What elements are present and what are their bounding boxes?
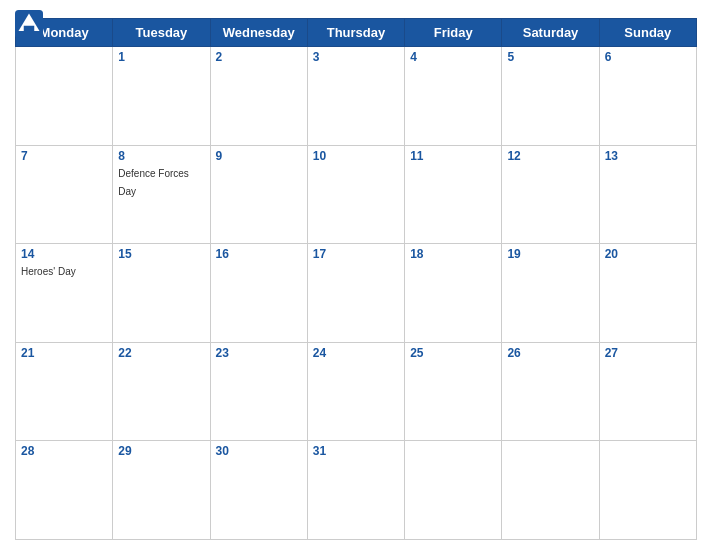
- day-cell: 25: [405, 342, 502, 441]
- day-cell: 17: [307, 244, 404, 343]
- day-cell: 21: [16, 342, 113, 441]
- day-number: 26: [507, 346, 593, 360]
- day-number: 30: [216, 444, 302, 458]
- day-cell: 18: [405, 244, 502, 343]
- day-cell: [16, 47, 113, 146]
- day-cell: 9: [210, 145, 307, 244]
- calendar-table: MondayTuesdayWednesdayThursdayFridaySatu…: [15, 18, 697, 540]
- week-row-4: 21222324252627: [16, 342, 697, 441]
- day-cell: [405, 441, 502, 540]
- day-number: 28: [21, 444, 107, 458]
- week-row-5: 28293031: [16, 441, 697, 540]
- day-number: 9: [216, 149, 302, 163]
- logo: [15, 10, 46, 38]
- weekday-header-wednesday: Wednesday: [210, 19, 307, 47]
- day-event: Heroes' Day: [21, 266, 76, 277]
- day-cell: 16: [210, 244, 307, 343]
- day-number: 5: [507, 50, 593, 64]
- weekday-header-friday: Friday: [405, 19, 502, 47]
- day-number: 16: [216, 247, 302, 261]
- day-number: 11: [410, 149, 496, 163]
- day-number: 2: [216, 50, 302, 64]
- day-cell: 27: [599, 342, 696, 441]
- day-number: 21: [21, 346, 107, 360]
- day-number: 4: [410, 50, 496, 64]
- day-number: 22: [118, 346, 204, 360]
- day-number: 31: [313, 444, 399, 458]
- day-number: 18: [410, 247, 496, 261]
- header-row: [15, 10, 697, 14]
- day-cell: 14Heroes' Day: [16, 244, 113, 343]
- day-number: 27: [605, 346, 691, 360]
- day-cell: 30: [210, 441, 307, 540]
- weekday-header-sunday: Sunday: [599, 19, 696, 47]
- day-cell: 8Defence Forces Day: [113, 145, 210, 244]
- logo-icon: [15, 10, 43, 38]
- day-number: 23: [216, 346, 302, 360]
- day-cell: 31: [307, 441, 404, 540]
- day-cell: 10: [307, 145, 404, 244]
- day-cell: [599, 441, 696, 540]
- day-cell: 4: [405, 47, 502, 146]
- weekday-header-saturday: Saturday: [502, 19, 599, 47]
- day-cell: 13: [599, 145, 696, 244]
- day-number: 24: [313, 346, 399, 360]
- day-cell: 24: [307, 342, 404, 441]
- day-number: 10: [313, 149, 399, 163]
- day-number: 15: [118, 247, 204, 261]
- day-number: 1: [118, 50, 204, 64]
- day-number: 8: [118, 149, 204, 163]
- weekday-header-row: MondayTuesdayWednesdayThursdayFridaySatu…: [16, 19, 697, 47]
- day-cell: 15: [113, 244, 210, 343]
- day-cell: 12: [502, 145, 599, 244]
- day-cell: 22: [113, 342, 210, 441]
- day-number: 25: [410, 346, 496, 360]
- day-cell: 7: [16, 145, 113, 244]
- week-row-2: 78Defence Forces Day910111213: [16, 145, 697, 244]
- day-number: 3: [313, 50, 399, 64]
- day-number: 19: [507, 247, 593, 261]
- week-row-1: 123456: [16, 47, 697, 146]
- day-cell: 5: [502, 47, 599, 146]
- day-cell: 11: [405, 145, 502, 244]
- weekday-header-tuesday: Tuesday: [113, 19, 210, 47]
- day-number: 7: [21, 149, 107, 163]
- svg-rect-2: [24, 26, 35, 31]
- calendar-wrapper: MondayTuesdayWednesdayThursdayFridaySatu…: [0, 0, 712, 550]
- day-number: 14: [21, 247, 107, 261]
- day-cell: 2: [210, 47, 307, 146]
- day-cell: 20: [599, 244, 696, 343]
- week-row-3: 14Heroes' Day151617181920: [16, 244, 697, 343]
- day-number: 17: [313, 247, 399, 261]
- day-number: 12: [507, 149, 593, 163]
- day-cell: 3: [307, 47, 404, 146]
- day-cell: 23: [210, 342, 307, 441]
- day-number: 6: [605, 50, 691, 64]
- day-cell: 26: [502, 342, 599, 441]
- day-cell: [502, 441, 599, 540]
- day-number: 20: [605, 247, 691, 261]
- day-cell: 29: [113, 441, 210, 540]
- day-cell: 19: [502, 244, 599, 343]
- day-cell: 6: [599, 47, 696, 146]
- day-number: 29: [118, 444, 204, 458]
- day-cell: 28: [16, 441, 113, 540]
- day-cell: 1: [113, 47, 210, 146]
- weekday-header-thursday: Thursday: [307, 19, 404, 47]
- day-event: Defence Forces Day: [118, 168, 189, 197]
- day-number: 13: [605, 149, 691, 163]
